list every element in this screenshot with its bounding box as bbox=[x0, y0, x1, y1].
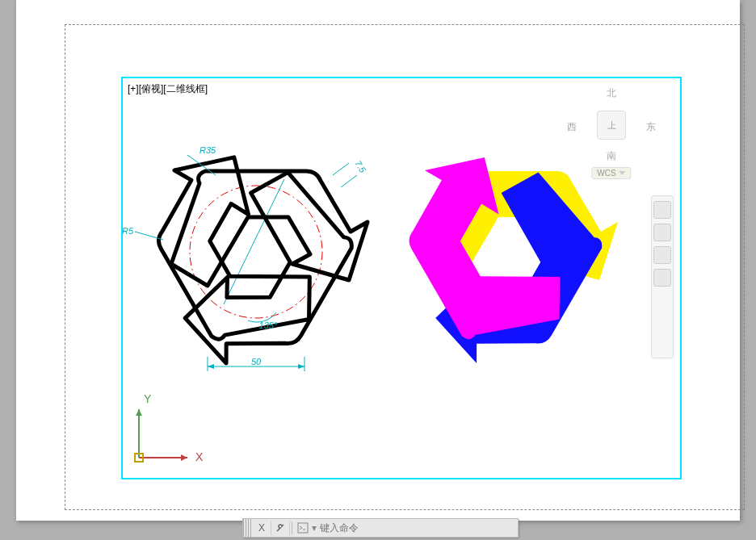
separator bbox=[292, 521, 292, 534]
drawing-canvas: 50 135° R35 7.5 R5 bbox=[123, 78, 680, 478]
command-close-button[interactable]: X bbox=[253, 521, 271, 535]
dimension-135: 135° bbox=[248, 312, 278, 330]
command-prompt-icon bbox=[297, 522, 309, 534]
svg-marker-10 bbox=[181, 454, 187, 461]
svg-marker-12 bbox=[136, 409, 142, 416]
close-icon: X bbox=[258, 522, 265, 534]
dim-r35-text: R35 bbox=[200, 145, 216, 155]
dimension-7p5: 7.5 bbox=[333, 159, 368, 187]
wrench-icon bbox=[275, 523, 285, 533]
ucs-x-label: X bbox=[195, 450, 204, 463]
command-chevron: ▾ bbox=[312, 522, 317, 534]
model-viewport[interactable]: [+][俯视][二维线框] 北 西 东 上 南 WCS bbox=[121, 77, 682, 479]
dim-r5-text: R5 bbox=[123, 226, 134, 236]
dim-50-text: 50 bbox=[251, 357, 262, 366]
svg-line-6 bbox=[333, 163, 349, 175]
command-bar[interactable]: X ▾ bbox=[242, 518, 519, 538]
recycle-symbol-filled bbox=[380, 138, 619, 388]
dimension-r5: R5 bbox=[123, 226, 163, 240]
svg-marker-4 bbox=[298, 364, 304, 369]
recycle-symbol-outline: 50 135° R35 7.5 R5 bbox=[123, 138, 368, 388]
dim-135-text: 135° bbox=[259, 320, 278, 330]
svg-line-7 bbox=[341, 175, 357, 187]
svg-rect-14 bbox=[298, 523, 308, 533]
svg-marker-3 bbox=[208, 364, 214, 369]
ucs-y-label: Y bbox=[144, 392, 152, 405]
dim-7p5-text: 7.5 bbox=[353, 159, 368, 175]
command-customize-button[interactable] bbox=[271, 521, 290, 535]
command-bar-grip[interactable] bbox=[243, 519, 253, 537]
ucs-icon: X Y bbox=[135, 392, 204, 463]
command-input[interactable] bbox=[318, 521, 518, 534]
